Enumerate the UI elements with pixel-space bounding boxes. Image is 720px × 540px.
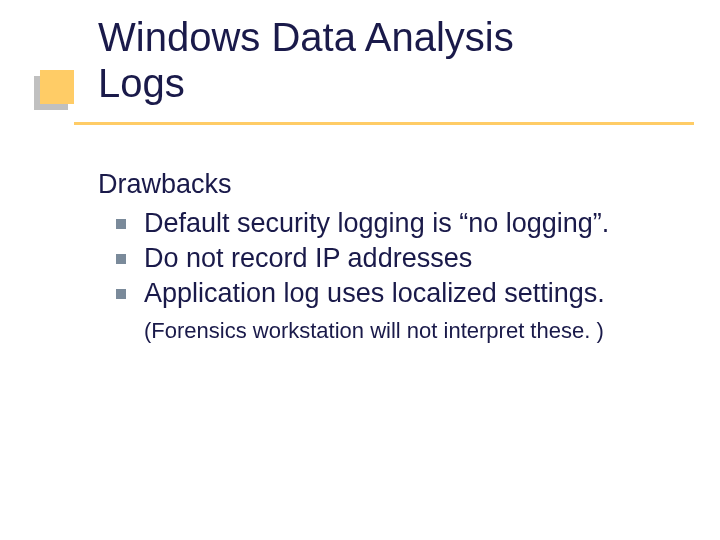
slide: Windows Data Analysis Logs Drawbacks Def… [0, 0, 720, 540]
title-decoration-square [40, 70, 74, 104]
title-line-2: Logs [98, 61, 185, 105]
bullet-text: Do not record IP addresses [144, 243, 472, 273]
sub-note: (Forensics workstation will not interpre… [144, 317, 658, 346]
square-bullet-icon [116, 289, 126, 299]
title-underline [74, 122, 694, 125]
list-item: Do not record IP addresses [116, 241, 658, 276]
slide-title: Windows Data Analysis Logs [98, 14, 514, 106]
square-bullet-icon [116, 219, 126, 229]
bullet-text: Application log uses localized settings. [144, 278, 605, 308]
bullet-text: Default security logging is “no logging”… [144, 208, 609, 238]
square-bullet-icon [116, 254, 126, 264]
bullet-list: Default security logging is “no logging”… [98, 206, 658, 311]
list-item: Default security logging is “no logging”… [116, 206, 658, 241]
title-block: Windows Data Analysis Logs [98, 14, 514, 106]
lead-text: Drawbacks [98, 168, 658, 202]
list-item: Application log uses localized settings. [116, 276, 658, 311]
body: Drawbacks Default security logging is “n… [98, 168, 658, 346]
title-line-1: Windows Data Analysis [98, 15, 514, 59]
